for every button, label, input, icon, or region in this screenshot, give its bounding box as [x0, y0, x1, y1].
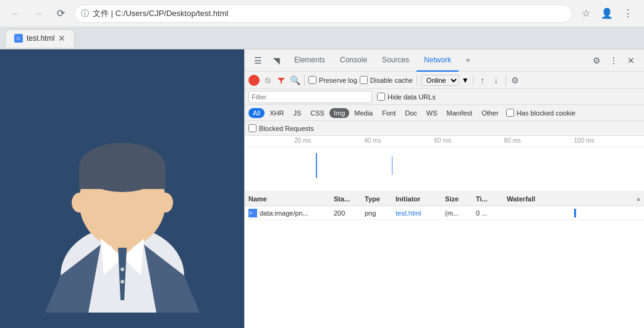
col-header-name: Name [245, 195, 331, 203]
disable-cache-group[interactable]: Disable cache [360, 76, 413, 84]
network-settings-icon[interactable]: ⚙ [510, 75, 521, 86]
filter-row: Hide data URLs [245, 89, 644, 105]
account-button[interactable]: 👤 [598, 5, 616, 22]
browser-toolbar-right: ☆ 👤 ⋮ [577, 5, 637, 22]
bookmark-button[interactable]: ☆ [577, 5, 595, 22]
type-btn-all[interactable]: All [248, 108, 265, 118]
type-btn-other[interactable]: Other [477, 108, 503, 118]
address-bar[interactable]: ⓘ 文件 | C:/Users/CJP/Desktop/test.html [74, 4, 572, 23]
svg-text:P: P [250, 211, 253, 216]
type-btn-manifest[interactable]: Manifest [443, 108, 477, 118]
timeline-bar-2 [392, 156, 392, 175]
timeline-area: 20 ms 40 ms 60 ms 80 ms 100 ms [245, 136, 644, 191]
row-time-cell: 0 ... [473, 209, 504, 217]
separator-1 [304, 75, 305, 86]
separator-2 [417, 75, 417, 86]
forward-button[interactable]: → [30, 5, 47, 22]
browser-tab[interactable]: C test.html ✕ [5, 29, 75, 48]
row-size-cell: (m... [443, 209, 473, 217]
tab-console[interactable]: Console [333, 49, 375, 72]
avatar-svg [27, 65, 218, 313]
preserve-log-group[interactable]: Preserve log [308, 76, 357, 84]
tab-network[interactable]: Network [417, 49, 459, 72]
type-btn-css[interactable]: CSS [306, 108, 329, 118]
row-type-cell: png [362, 209, 393, 217]
tab-elements[interactable]: Elements [287, 49, 333, 72]
devtools-right-icons: ⚙ ⋮ ✕ [588, 53, 642, 69]
upload-button[interactable]: ↑ [477, 75, 488, 86]
separator-4 [506, 75, 506, 86]
more-options-icon[interactable]: ⋮ [606, 53, 622, 69]
table-row[interactable]: P data:image/pn... 200 png test.html (m [245, 206, 644, 220]
address-text: 文件 | C:/Users/CJP/Desktop/test.html [93, 8, 566, 19]
blocked-requests-group[interactable]: Blocked Requests [248, 124, 314, 132]
tab-favicon: C [14, 34, 23, 43]
svg-point-6 [72, 193, 87, 212]
timeline-bar-1 [316, 153, 317, 178]
svg-point-14 [121, 280, 124, 284]
svg-point-7 [158, 193, 173, 212]
download-button[interactable]: ↓ [491, 75, 502, 86]
blocked-requests-checkbox[interactable] [248, 124, 256, 132]
col-header-time: Ti... [473, 195, 504, 203]
preserve-log-checkbox[interactable] [308, 76, 316, 84]
reload-button[interactable]: ⟳ [52, 5, 69, 22]
back-button[interactable]: ← [7, 5, 25, 22]
tab-bar: C test.html ✕ [0, 27, 644, 49]
col-header-status: Sta... [331, 195, 362, 203]
type-btn-img[interactable]: Img [329, 108, 349, 118]
type-btn-ws[interactable]: WS [422, 108, 442, 118]
tab-close-icon[interactable]: ✕ [58, 33, 66, 43]
filter-button[interactable] [276, 75, 287, 86]
record-button[interactable] [248, 75, 260, 86]
type-btn-doc[interactable]: Doc [400, 108, 422, 118]
close-devtools-icon[interactable]: ✕ [623, 53, 639, 69]
row-initiator-cell: test.html [393, 209, 443, 217]
has-blocked-group[interactable]: Has blocked cookie [506, 109, 575, 117]
row-name-cell: P data:image/pn... [245, 209, 331, 217]
tab-sources[interactable]: Sources [375, 49, 417, 72]
disable-cache-checkbox[interactable] [360, 76, 368, 84]
device-icon[interactable]: ◥ [268, 53, 284, 69]
tick-80ms: 80 ms [504, 137, 574, 144]
browser-topbar: ← → ⟳ ⓘ 文件 | C:/Users/CJP/Desktop/test.h… [0, 0, 644, 27]
menu-button[interactable]: ⋮ [619, 5, 637, 22]
tick-100ms: 100 ms [574, 137, 644, 144]
settings-icon[interactable]: ⚙ [588, 53, 604, 69]
hide-urls-checkbox[interactable] [377, 93, 385, 101]
hide-urls-group[interactable]: Hide data URLs [377, 93, 436, 101]
col-header-initiator: Initiator [393, 195, 443, 203]
col-header-type: Type [362, 195, 393, 203]
type-btn-font[interactable]: Font [378, 108, 400, 118]
tab-title: test.html [27, 34, 54, 43]
timeline-content [245, 147, 644, 191]
type-btn-js[interactable]: JS [289, 108, 305, 118]
has-blocked-checkbox[interactable] [506, 109, 514, 117]
blocked-row: Blocked Requests [245, 121, 644, 136]
devtools-panel: ☰ ◥ Elements Console Sources Network » [244, 49, 644, 328]
type-btn-xhr[interactable]: XHR [265, 108, 288, 118]
col-header-waterfall: Waterfall ▲ [504, 195, 644, 203]
throttle-arrow: ▼ [462, 76, 469, 85]
network-table: Name Sta... Type Initiator Size [245, 191, 644, 328]
row-status-cell: 200 [331, 209, 362, 217]
type-filter-row: All XHR JS CSS Img Media Font Doc WS Man… [245, 105, 644, 121]
sort-arrow-icon: ▲ [635, 195, 642, 202]
initiator-link[interactable]: test.html [396, 209, 422, 217]
col-header-size: Size [443, 195, 473, 203]
tick-40ms: 40 ms [364, 137, 434, 144]
search-button[interactable]: 🔍 [289, 75, 300, 86]
table-header: Name Sta... Type Initiator Size [245, 191, 644, 206]
waterfall-bar-fill [574, 209, 576, 217]
lock-icon: ⓘ [81, 8, 89, 19]
clear-button[interactable]: ⦸ [262, 75, 273, 86]
filter-input[interactable] [248, 91, 372, 103]
type-btn-media[interactable]: Media [350, 108, 377, 118]
avatar-container [27, 65, 218, 313]
throttle-select[interactable]: Online [421, 75, 459, 86]
inspect-icon[interactable]: ☰ [250, 53, 266, 69]
separator-3 [473, 75, 473, 86]
svg-rect-5 [79, 167, 166, 189]
devtools-tabs-row: ☰ ◥ Elements Console Sources Network » [245, 49, 644, 72]
tab-more[interactable]: » [459, 49, 478, 72]
